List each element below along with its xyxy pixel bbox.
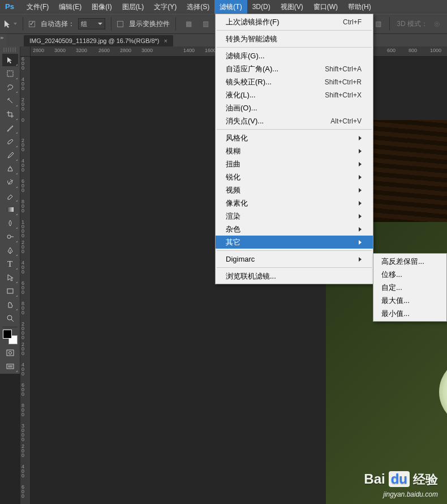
dodge-tool[interactable]	[2, 230, 18, 243]
svg-rect-0	[7, 71, 13, 76]
menuitem[interactable]: 油画(O)...	[216, 101, 373, 114]
watermark: Baidu 经验	[364, 471, 438, 488]
history-brush-tool[interactable]	[2, 176, 18, 189]
submenu-arrow-icon	[359, 136, 362, 140]
menu-bar: Ps 文件(F) 编辑(E) 图像(I) 图层(L) 文字(Y) 选择(S) 滤…	[0, 0, 447, 14]
gradient-tool[interactable]	[2, 203, 18, 216]
menuitem-像素化[interactable]: 像素化	[216, 197, 373, 210]
move-tool-icon[interactable]	[3, 17, 17, 31]
document-tab-title: IMG_20240509_111829.jpg @ 16.7%(RGB/8*)	[29, 37, 159, 44]
hand-tool[interactable]	[2, 298, 18, 311]
menuitem-锐化[interactable]: 锐化	[216, 170, 373, 183]
submenu-item[interactable]: 最小值...	[373, 307, 446, 320]
show-transform-label: 显示变换控件	[129, 19, 170, 29]
panel-grip-icon[interactable]	[0, 34, 7, 46]
clone-stamp-tool[interactable]	[2, 163, 18, 175]
menuitem-其它[interactable]: 其它	[216, 236, 373, 249]
path-select-tool[interactable]	[2, 271, 18, 284]
move-tool[interactable]	[2, 54, 18, 66]
pen-tool[interactable]	[2, 244, 18, 257]
svg-point-4	[7, 315, 12, 320]
rectangle-tool[interactable]	[2, 285, 18, 297]
menu-image[interactable]: 图像(I)	[87, 0, 117, 14]
menuitem[interactable]: 自适应广角(A)...Shift+Ctrl+A	[216, 62, 373, 75]
menuitem[interactable]: 消失点(V)...Alt+Ctrl+V	[216, 114, 373, 127]
svg-rect-3	[7, 289, 13, 293]
menu-3d[interactable]: 3D(D)	[247, 0, 276, 14]
vertical-ruler[interactable]: 6004002000200400600800100020040060080020…	[20, 57, 31, 504]
menu-layer[interactable]: 图层(L)	[117, 0, 149, 14]
crop-tool[interactable]	[2, 108, 18, 121]
submenu-arrow-icon	[359, 149, 362, 153]
blur-tool[interactable]	[2, 217, 18, 229]
menuitem-渲染[interactable]: 渲染	[216, 210, 373, 223]
submenu-arrow-icon	[359, 240, 362, 245]
show-transform-checkbox[interactable]	[117, 21, 123, 27]
zoom-tool[interactable]	[2, 312, 18, 324]
menu-edit[interactable]: 编辑(E)	[54, 0, 87, 14]
align-button[interactable]: ▥	[199, 17, 212, 31]
color-swatches[interactable]	[3, 330, 18, 344]
submenu-arrow-icon	[359, 175, 362, 180]
screenmode-toggle[interactable]	[2, 360, 18, 373]
brush-tool[interactable]	[2, 149, 18, 161]
svg-rect-5	[7, 350, 14, 356]
submenu-arrow-icon	[359, 257, 362, 262]
eraser-tool[interactable]	[2, 190, 18, 202]
healing-brush-tool[interactable]	[2, 135, 18, 148]
menuitem-last-filter[interactable]: 上次滤镜操作(F) Ctrl+F	[216, 15, 373, 28]
separator	[175, 17, 176, 31]
toolbox: T	[0, 46, 20, 374]
foreground-color[interactable]	[3, 330, 12, 339]
svg-point-2	[7, 235, 11, 238]
menu-help[interactable]: 帮助(H)	[343, 0, 376, 14]
menuitem-模糊[interactable]: 模糊	[216, 144, 373, 157]
menuitem-杂色[interactable]: 杂色	[216, 223, 373, 236]
magic-wand-tool[interactable]	[2, 95, 18, 107]
eyedropper-tool[interactable]	[2, 122, 18, 134]
submenu-arrow-icon	[359, 188, 362, 193]
lasso-tool[interactable]	[2, 81, 18, 93]
type-tool[interactable]: T	[2, 258, 18, 270]
menuitem-browse-online[interactable]: 浏览联机滤镜...	[216, 270, 373, 283]
3d-mode-label: 3D 模式：	[397, 19, 428, 29]
submenu-item[interactable]: 自定...	[373, 281, 446, 294]
autoselect-target-select[interactable]: 组	[78, 18, 105, 29]
marquee-tool[interactable]	[2, 67, 18, 80]
submenu-item[interactable]: 高反差保留...	[373, 255, 446, 268]
menuitem[interactable]: 液化(L)...Shift+Ctrl+X	[216, 88, 373, 101]
menuitem[interactable]: 镜头校正(R)...Shift+Ctrl+R	[216, 75, 373, 88]
menuitem-扭曲[interactable]: 扭曲	[216, 157, 373, 170]
menuitem[interactable]: 滤镜库(G)...	[216, 49, 373, 62]
menuitem-风格化[interactable]: 风格化	[216, 131, 373, 144]
menu-window[interactable]: 窗口(W)	[308, 0, 343, 14]
submenu-arrow-icon	[359, 214, 362, 219]
toolbox-grip-icon[interactable]	[3, 48, 16, 52]
ruler-origin[interactable]	[20, 46, 31, 57]
other-submenu: 高反差保留...位移...自定...最大值...最小值...	[373, 253, 447, 322]
select-value: 组	[81, 20, 87, 28]
separator	[111, 17, 111, 31]
menu-select[interactable]: 选择(S)	[182, 0, 214, 14]
separator	[389, 17, 390, 31]
menu-file[interactable]: 文件(F)	[22, 0, 54, 14]
svg-rect-1	[7, 207, 14, 212]
ps-logo-icon: Ps	[3, 2, 16, 12]
submenu-item[interactable]: 位移...	[373, 268, 446, 281]
autoselect-checkbox[interactable]	[29, 21, 35, 27]
3d-mode-icon[interactable]: ◎	[430, 17, 444, 31]
watermark-url: jingyan.baidu.com	[383, 490, 438, 498]
close-tab-icon[interactable]: ×	[164, 37, 167, 44]
menu-view[interactable]: 视图(V)	[276, 0, 308, 14]
submenu-arrow-icon	[359, 201, 362, 206]
menuitem-digimarc[interactable]: Digimarc	[216, 253, 373, 266]
document-tab[interactable]: IMG_20240509_111829.jpg @ 16.7%(RGB/8*) …	[24, 35, 173, 46]
filter-menu-dropdown: 上次滤镜操作(F) Ctrl+F 转换为智能滤镜 滤镜库(G)...自适应广角(…	[215, 14, 373, 284]
menuitem-视频[interactable]: 视频	[216, 183, 373, 197]
submenu-item[interactable]: 最大值...	[373, 294, 446, 307]
menu-filter[interactable]: 滤镜(T)	[214, 0, 247, 14]
align-button[interactable]: ▦	[182, 17, 195, 31]
menuitem-convert-smart[interactable]: 转换为智能滤镜	[216, 32, 373, 45]
menu-type[interactable]: 文字(Y)	[149, 0, 182, 14]
quickmask-toggle[interactable]	[2, 347, 18, 359]
